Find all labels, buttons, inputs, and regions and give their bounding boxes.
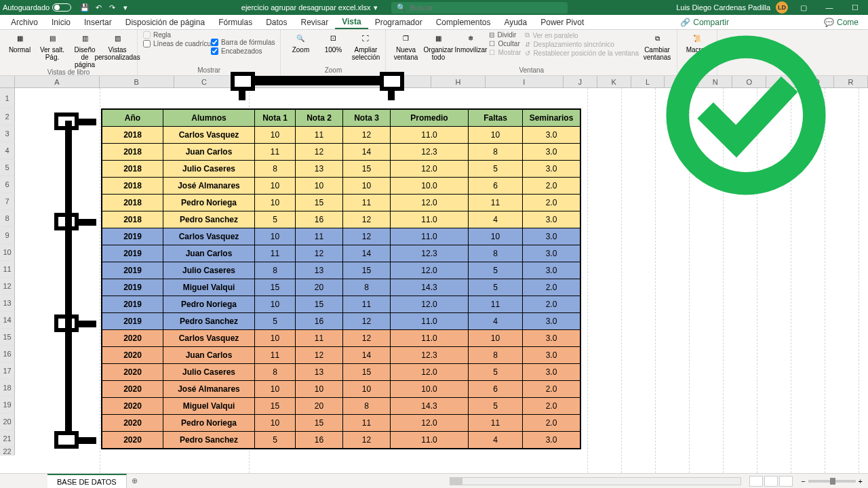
table-cell[interactable]: 15 [343, 161, 391, 178]
newwindow-button[interactable]: ❐Nueva ventana [391, 31, 420, 61]
table-cell[interactable]: 14.3 [391, 279, 469, 296]
maximize-icon[interactable]: ☐ [845, 0, 865, 15]
table-header[interactable]: Alumnos [163, 110, 255, 127]
col-header[interactable]: H [431, 76, 486, 87]
table-cell[interactable]: 10 [255, 178, 296, 195]
table-cell[interactable]: 10 [469, 330, 523, 347]
table-cell[interactable]: 5 [255, 313, 296, 330]
table-cell[interactable]: 10 [255, 330, 296, 347]
table-cell[interactable]: 11 [255, 245, 296, 262]
tab-powerpivot[interactable]: Power Pivot [534, 15, 591, 29]
table-cell[interactable]: 11.0 [391, 228, 469, 245]
table-cell[interactable]: 12 [343, 330, 391, 347]
table-cell[interactable]: 12.0 [391, 161, 469, 178]
table-header[interactable]: Promedio [391, 110, 469, 127]
table-row[interactable]: 2018Juan Carlos11121412.383.0 [102, 144, 580, 161]
customviews-button[interactable]: ▧Vistas personalizadas [103, 31, 132, 61]
table-cell[interactable]: 6 [469, 178, 523, 195]
table-cell[interactable]: 13 [296, 161, 343, 178]
table-cell[interactable]: 13 [296, 364, 343, 381]
table-cell[interactable]: 12.3 [391, 245, 469, 262]
table-cell[interactable]: 11.0 [391, 432, 469, 449]
table-cell[interactable]: 11 [343, 296, 391, 313]
search-box[interactable]: 🔍 [391, 2, 568, 14]
row-header[interactable]: 7 [0, 193, 15, 210]
table-row[interactable]: 2020José Almanares10101010.062.0 [102, 381, 580, 398]
table-cell[interactable]: 10 [255, 381, 296, 398]
table-cell[interactable]: 10.0 [391, 178, 469, 195]
tab-addins[interactable]: Complementos [429, 15, 498, 29]
table-cell[interactable]: 2020 [102, 364, 163, 381]
table-cell[interactable]: 20 [296, 398, 343, 415]
table-row[interactable]: 2019Pedro Noriega10151112.0112.0 [102, 296, 580, 313]
row-header[interactable]: 3 [0, 125, 15, 142]
table-cell[interactable]: 2020 [102, 381, 163, 398]
table-cell[interactable]: 11 [296, 228, 343, 245]
row-header[interactable]: 11 [0, 261, 15, 278]
table-cell[interactable]: 12 [296, 245, 343, 262]
table-cell[interactable]: José Almanares [163, 178, 255, 195]
tab-file[interactable]: Archivo [4, 15, 45, 29]
table-cell[interactable]: 2.0 [523, 398, 580, 415]
row-header[interactable]: 1 [0, 88, 15, 108]
table-cell[interactable]: 5 [469, 262, 523, 279]
outline-marker-top-left[interactable] [231, 72, 255, 91]
tab-view[interactable]: Vista [335, 15, 368, 29]
table-cell[interactable]: 3.0 [523, 211, 580, 228]
table-cell[interactable]: 12 [343, 228, 391, 245]
table-header[interactable]: Faltas [469, 110, 523, 127]
sheet-tab[interactable]: BASE DE DATOS [47, 474, 127, 488]
table-cell[interactable]: 12 [343, 313, 391, 330]
tab-review[interactable]: Revisar [294, 15, 336, 29]
col-header[interactable]: L [631, 76, 665, 87]
table-cell[interactable]: Juan Carlos [163, 144, 255, 161]
table-cell[interactable]: Julio Caseres [163, 364, 255, 381]
row-header[interactable]: 5 [0, 159, 15, 176]
table-row[interactable]: 2020Pedro Noriega10151112.0112.0 [102, 415, 580, 432]
outline-marker-top-right[interactable] [380, 72, 404, 91]
table-cell[interactable]: 6 [469, 381, 523, 398]
row-header[interactable]: 12 [0, 278, 15, 295]
table-cell[interactable]: 11.0 [391, 313, 469, 330]
col-header[interactable]: B [100, 76, 174, 87]
table-cell[interactable]: 14 [343, 144, 391, 161]
table-row[interactable]: 2018José Almanares10101010.062.0 [102, 178, 580, 195]
table-cell[interactable]: 5 [469, 161, 523, 178]
table-cell[interactable]: 2.0 [523, 381, 580, 398]
row-header[interactable]: 2 [0, 108, 15, 125]
table-cell[interactable]: Juan Carlos [163, 245, 255, 262]
table-cell[interactable]: 11 [469, 415, 523, 432]
table-cell[interactable]: 2.0 [523, 279, 580, 296]
table-cell[interactable]: 11 [469, 296, 523, 313]
table-cell[interactable]: 2018 [102, 161, 163, 178]
table-header[interactable]: Seminarios [523, 110, 580, 127]
table-row[interactable]: 2020Juan Carlos11121412.383.0 [102, 347, 580, 364]
table-cell[interactable]: 12.3 [391, 347, 469, 364]
share-button[interactable]: 🔗Compartir [675, 18, 734, 27]
table-cell[interactable]: 20 [296, 279, 343, 296]
zoomselection-button[interactable]: ⛶Ampliar selección [351, 31, 380, 61]
ribbon-display-icon[interactable]: ▢ [793, 0, 814, 15]
pagebreak-view-icon[interactable] [779, 476, 793, 487]
user-name[interactable]: Luis Diego Cardenas Padilla [676, 3, 770, 12]
table-cell[interactable]: 2.0 [523, 415, 580, 432]
table-cell[interactable]: 12.0 [391, 364, 469, 381]
row-header[interactable]: 10 [0, 244, 15, 261]
table-cell[interactable]: Pedro Noriega [163, 415, 255, 432]
formulabar-checkbox[interactable]: Barra de fórmulas [211, 39, 275, 46]
zoom-slider[interactable] [808, 480, 856, 483]
table-cell[interactable]: 2019 [102, 245, 163, 262]
table-cell[interactable]: 3.0 [523, 330, 580, 347]
table-cell[interactable]: 2018 [102, 127, 163, 144]
table-cell[interactable]: 4 [469, 211, 523, 228]
table-cell[interactable]: 11 [296, 127, 343, 144]
table-cell[interactable]: 15 [343, 364, 391, 381]
table-row[interactable]: 2020Julio Caseres8131512.053.0 [102, 364, 580, 381]
table-cell[interactable]: Miguel Valqui [163, 398, 255, 415]
col-header[interactable]: A [15, 76, 100, 87]
table-cell[interactable]: 10 [255, 228, 296, 245]
table-row[interactable]: 2019Juan Carlos11121412.383.0 [102, 245, 580, 262]
table-cell[interactable]: 4 [469, 432, 523, 449]
split-button[interactable]: ⊟ Dividir [489, 31, 521, 39]
table-cell[interactable]: 5 [255, 211, 296, 228]
